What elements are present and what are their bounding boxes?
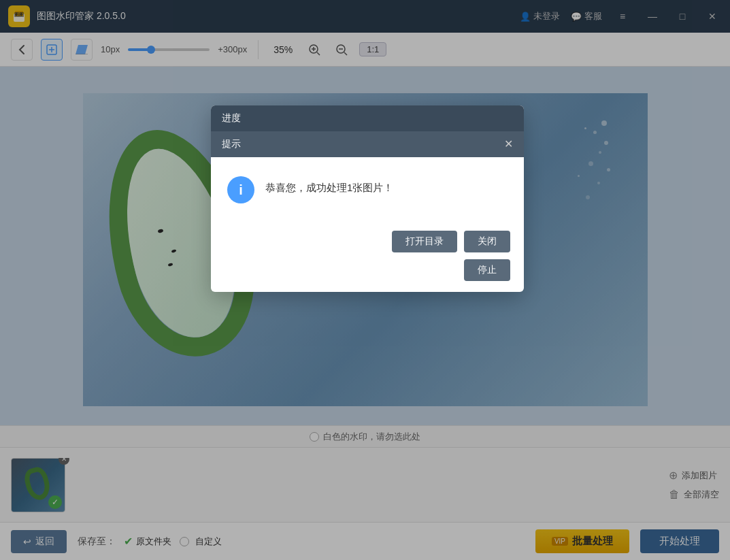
dialog: 进度 提示 ✕ i 恭喜您，成功处理1张图片！ 打开目录 关闭 停止 — [211, 105, 524, 292]
dialog-progress-header: 进度 — [211, 105, 524, 131]
modal-overlay: 进度 提示 ✕ i 恭喜您，成功处理1张图片！ 打开目录 关闭 停止 — [0, 0, 730, 560]
info-icon: i — [227, 176, 254, 203]
dialog-footer: 打开目录 关闭 停止 — [211, 223, 524, 292]
dialog-close-btn[interactable]: ✕ — [504, 139, 513, 150]
dialog-close-action-btn[interactable]: 关闭 — [464, 231, 510, 252]
dialog-footer-row-2: 停止 — [464, 259, 510, 281]
dialog-footer-row-1: 打开目录 关闭 — [392, 231, 510, 252]
open-dir-btn[interactable]: 打开目录 — [392, 231, 457, 252]
stop-btn[interactable]: 停止 — [464, 259, 510, 281]
dialog-hint-header: 提示 ✕ — [211, 131, 524, 157]
dialog-body: i 恭喜您，成功处理1张图片！ — [211, 157, 524, 223]
dialog-message: 恭喜您，成功处理1张图片！ — [265, 176, 393, 195]
